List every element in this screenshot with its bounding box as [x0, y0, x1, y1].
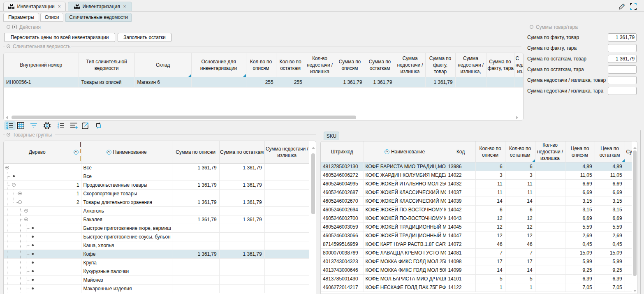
- svg-text:3: 3: [58, 126, 59, 129]
